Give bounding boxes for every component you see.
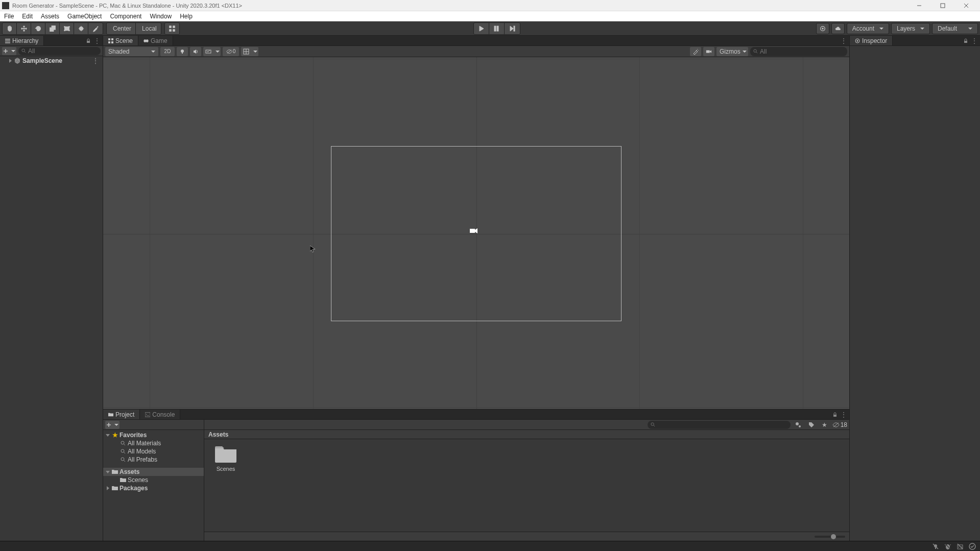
activity-ok-icon[interactable] [969, 543, 976, 550]
asset-size-slider[interactable] [815, 536, 845, 538]
menu-component[interactable]: Component [106, 12, 146, 21]
svg-rect-25 [87, 41, 90, 43]
pivot-mode-button[interactable]: Center [107, 23, 136, 34]
tree-all-models[interactable]: All Models [103, 447, 204, 456]
tools-button[interactable] [690, 47, 701, 56]
gizmos-dropdown[interactable]: Gizmos [716, 47, 748, 56]
hand-tool-button[interactable] [3, 23, 17, 34]
scene-viewport[interactable] [103, 57, 849, 409]
minimize-button[interactable] [907, 0, 931, 11]
plus-icon [3, 49, 8, 54]
lighting-toggle[interactable] [177, 47, 188, 56]
mode-2d-toggle[interactable]: 2D [160, 47, 175, 56]
move-tool-button[interactable] [17, 23, 31, 34]
fx-dropdown[interactable] [203, 47, 221, 56]
main-toolbar: Center Local Account Layers Default [0, 21, 980, 36]
grid-icon [243, 49, 249, 55]
wand-icon [692, 49, 699, 55]
panel-menu-button[interactable]: ⋮ [971, 37, 978, 44]
draw-mode-dropdown[interactable]: Shaded [105, 47, 158, 56]
save-search-button[interactable]: ★ [819, 421, 830, 429]
audio-toggle[interactable] [190, 47, 201, 56]
panel-menu-button[interactable]: ⋮ [841, 37, 847, 44]
tree-all-prefabs[interactable]: All Prefabs [103, 456, 204, 464]
play-button[interactable] [474, 23, 489, 34]
tab-inspector[interactable]: Inspector [850, 36, 893, 45]
menu-file[interactable]: File [2, 12, 18, 21]
project-breadcrumb[interactable]: Assets [204, 430, 849, 439]
rotate-tool-button[interactable] [31, 23, 45, 34]
scale-tool-button[interactable] [45, 23, 60, 34]
tab-console[interactable]: Console [140, 410, 180, 419]
eye-off-icon [226, 49, 232, 55]
pause-button[interactable] [489, 23, 505, 34]
close-button[interactable] [954, 0, 978, 11]
account-dropdown[interactable]: Account [847, 23, 889, 34]
tab-scene[interactable]: Scene [103, 36, 138, 45]
lock-icon[interactable] [963, 38, 968, 43]
asset-item-scenes[interactable]: Scenes [209, 444, 242, 472]
panel-menu-button[interactable]: ⋮ [94, 37, 101, 44]
step-button[interactable] [505, 23, 520, 34]
auto-generate-lighting-icon[interactable] [932, 543, 939, 550]
maximize-button[interactable] [931, 0, 954, 11]
foldout-icon[interactable] [9, 59, 12, 63]
project-search[interactable] [648, 421, 791, 429]
tree-assets-label: Assets [119, 468, 139, 475]
tab-hierarchy[interactable]: Hierarchy [0, 36, 44, 45]
scene-menu-button[interactable]: ⋮ [92, 57, 99, 64]
scene-search[interactable]: All [750, 47, 847, 56]
code-optimization-icon[interactable] [957, 543, 964, 550]
handle-rotation-button[interactable]: Local [136, 23, 161, 34]
create-dropdown[interactable] [2, 47, 16, 55]
account-label: Account [852, 25, 874, 32]
svg-line-66 [950, 544, 951, 545]
menu-assets[interactable]: Assets [37, 12, 63, 21]
lock-icon[interactable] [86, 38, 91, 43]
chevron-down-icon [216, 51, 220, 53]
search-icon [753, 49, 758, 54]
layers-dropdown[interactable]: Layers [891, 23, 930, 34]
tree-favorites[interactable]: ★ Favorites [103, 431, 204, 439]
menu-edit[interactable]: Edit [18, 12, 37, 21]
folder-icon [111, 468, 118, 475]
svg-point-42 [754, 50, 756, 52]
grid-dropdown[interactable] [241, 47, 258, 56]
project-create-dropdown[interactable] [105, 421, 119, 429]
lock-icon[interactable] [832, 412, 838, 417]
filter-by-label-button[interactable] [806, 421, 817, 429]
chevron-down-icon [879, 28, 883, 30]
hierarchy-search-placeholder: All [28, 47, 35, 55]
hidden-packages-toggle[interactable]: 18 [832, 421, 847, 428]
tree-all-materials[interactable]: All Materials [103, 439, 204, 447]
custom-tool-button[interactable] [88, 23, 103, 34]
snap-button[interactable] [165, 23, 179, 34]
hierarchy-search[interactable]: All [18, 47, 101, 55]
tree-scenes[interactable]: Scenes [103, 476, 204, 484]
cloud-button[interactable] [831, 23, 845, 34]
tab-project[interactable]: Project [103, 410, 140, 419]
menu-help[interactable]: Help [176, 12, 197, 21]
tree-packages[interactable]: Packages [103, 484, 204, 492]
tab-game[interactable]: Game [138, 36, 173, 45]
scene-name-label: SampleScene [22, 57, 62, 64]
tree-assets[interactable]: Assets [103, 468, 204, 476]
hierarchy-scene-item[interactable]: SampleScene ⋮ [0, 56, 103, 65]
hidden-layers-button[interactable]: 0 [223, 47, 239, 56]
folder-icon [119, 476, 127, 484]
menu-gameobject[interactable]: GameObject [63, 12, 106, 21]
menu-window[interactable]: Window [146, 12, 176, 21]
svg-line-54 [653, 425, 654, 426]
mouse-cursor [310, 246, 315, 253]
panel-menu-button[interactable]: ⋮ [841, 411, 847, 418]
layout-dropdown[interactable]: Default [932, 23, 978, 34]
svg-rect-24 [5, 42, 10, 43]
transform-tool-button[interactable] [74, 23, 88, 34]
filter-by-type-button[interactable] [793, 421, 804, 429]
rect-tool-button[interactable] [60, 23, 74, 34]
collab-button[interactable] [816, 23, 829, 34]
debug-mode-icon[interactable] [944, 543, 951, 550]
svg-rect-29 [111, 38, 113, 40]
audio-icon [193, 49, 199, 55]
camera-button[interactable] [703, 47, 714, 56]
